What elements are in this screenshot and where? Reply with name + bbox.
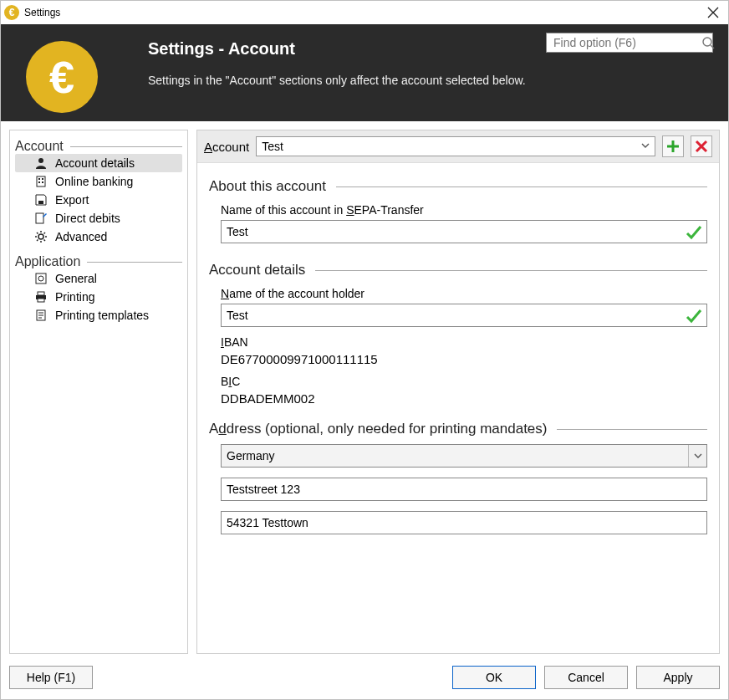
search-input[interactable] [552,35,701,50]
sidebar-item-label: Direct debits [55,212,120,225]
section-account-details: Account details [209,262,707,278]
sidebar-item-advanced[interactable]: Advanced [15,227,182,246]
holder-name-label: Name of the account holder [221,287,707,300]
bic-value: DDBADEMM002 [221,391,707,406]
svg-rect-5 [38,181,40,183]
account-name-label: Name of this account in SEPA-Transfer [221,203,707,217]
sidebar-item-label: Account details [55,156,135,170]
apply-button[interactable]: Apply [636,666,720,689]
plus-icon [665,139,681,154]
search-icon [701,36,715,49]
content-area: About this account Name of this account … [197,163,719,546]
body: Account Account details Online banking [1,121,728,662]
city-value: 54321 Testtown [227,516,308,529]
ok-button-label: OK [486,671,502,684]
sidebar-group-account: Account [15,139,182,154]
apply-button-label: Apply [663,671,692,684]
sidebar-item-label: Printing templates [55,309,149,322]
sidebar-group-account-label: Account [15,139,64,154]
search-option-field[interactable] [546,33,713,53]
sidebar-item-printing-templates[interactable]: Printing templates [15,306,182,324]
svg-rect-3 [38,178,40,180]
valid-check-icon [685,307,703,328]
sidebar-item-label: Export [55,193,89,207]
svg-point-0 [703,38,711,46]
sidebar-item-label: Advanced [55,230,107,243]
euro-icon: € [49,51,74,103]
help-button[interactable]: Help (F1) [9,666,93,689]
country-value: Germany [227,449,275,462]
svg-rect-7 [38,201,43,204]
printer-icon [33,290,48,304]
section-title: Account details [209,262,305,278]
page-title: Settings - Account [148,39,526,59]
delete-account-button[interactable] [691,135,712,157]
svg-rect-8 [36,213,43,223]
close-icon [707,7,719,18]
titlebar: € Settings [1,1,728,24]
ok-button[interactable]: OK [452,666,536,689]
sidebar-item-export[interactable]: Export [15,191,182,209]
add-account-button[interactable] [662,135,684,157]
person-icon [33,156,48,170]
settings-window: € Settings € Settings - Account Settings… [0,0,729,700]
svg-rect-12 [38,292,44,295]
street-input[interactable]: Teststreet 123 [221,478,707,501]
cancel-button-label: Cancel [568,671,604,684]
window-title: Settings [24,7,60,18]
page-subtitle: Settings in the "Account" sections only … [148,74,526,87]
x-icon [694,139,709,154]
iban-value: DE67700009971000111115 [221,352,707,366]
iban-label: IBAN [221,335,707,349]
sidebar-item-printing[interactable]: Printing [15,288,182,306]
cancel-button[interactable]: Cancel [544,666,628,689]
sidebar-item-account-details[interactable]: Account details [15,154,182,172]
section-about-account: About this account [209,178,707,195]
holder-name-value: Test [227,309,701,322]
template-icon [33,309,48,322]
main-panel: Account Test [196,130,720,654]
chevron-down-icon [688,445,706,467]
account-select-value: Test [262,140,283,153]
svg-point-11 [38,276,43,281]
save-icon [33,193,48,207]
country-select[interactable]: Germany [221,444,707,468]
svg-rect-14 [38,299,44,302]
gear-icon [33,230,48,243]
sidebar-item-online-banking[interactable]: Online banking [15,172,182,191]
account-name-input[interactable]: Test [221,220,707,243]
brand-circle: € [26,41,98,113]
bic-label: BIC [221,375,707,388]
svg-rect-6 [42,181,43,183]
chevron-down-icon [640,140,651,154]
app-euro-icon: € [4,5,19,20]
building-icon [33,175,48,188]
section-title: Address (optional, only needed for print… [209,421,547,437]
footer: Help (F1) OK Cancel Apply [1,662,728,699]
window-close-button[interactable] [701,1,725,24]
account-row-label: Account [204,140,249,154]
sidebar: Account Account details Online banking [9,130,188,654]
city-input[interactable]: 54321 Testtown [221,511,707,534]
header-band: € Settings - Account Settings in the "Ac… [1,24,728,121]
svg-point-1 [38,158,43,163]
street-value: Teststreet 123 [227,483,300,496]
section-address: Address (optional, only needed for print… [209,421,707,437]
sidebar-item-general[interactable]: General [15,269,182,288]
sidebar-item-label: General [55,272,97,285]
sidebar-group-application: Application [15,254,182,269]
sidebar-item-direct-debits[interactable]: Direct debits [15,209,182,227]
svg-rect-10 [36,273,46,284]
svg-point-9 [38,234,43,239]
sidebar-item-label: Online banking [55,175,133,188]
holder-name-input[interactable]: Test [221,304,707,327]
svg-rect-2 [37,176,45,186]
account-name-value: Test [227,225,701,238]
svg-rect-4 [42,178,43,180]
account-select[interactable]: Test [256,136,655,156]
sidebar-item-label: Printing [55,290,94,304]
sidebar-group-application-label: Application [15,254,80,269]
settings-box-icon [33,272,48,285]
help-button-label: Help (F1) [27,671,75,684]
edit-doc-icon [33,212,48,225]
